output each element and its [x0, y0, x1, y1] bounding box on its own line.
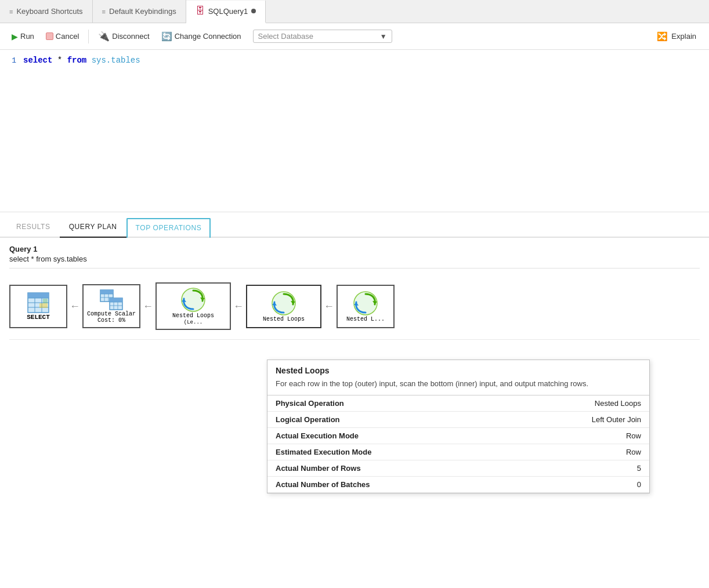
- editor-area[interactable]: 1 select * from sys.tables: [0, 50, 709, 212]
- svg-rect-16: [110, 298, 122, 302]
- node-nested-loops-3[interactable]: Nested L...: [337, 285, 395, 328]
- select-database-text: Select Database: [258, 32, 377, 41]
- select-table-icon: [27, 292, 50, 314]
- cancel-button[interactable]: Cancel: [41, 30, 84, 43]
- unsaved-dot: [251, 9, 256, 13]
- query-plan-area: Query 1 select * from sys.tables SELECT …: [0, 238, 709, 347]
- cancel-icon: [46, 32, 53, 40]
- tab-bar: ≡ Keyboard Shortcuts ≡ Default Keybindin…: [0, 0, 709, 23]
- arrow-1: ←: [70, 300, 80, 313]
- tooltip-property-label: Physical Operation: [267, 395, 478, 412]
- line-number-1: 1: [0, 56, 23, 65]
- run-button[interactable]: ▶ Run: [7, 30, 39, 43]
- keyword-select: select: [23, 56, 52, 65]
- editor-line-1: 1 select * from sys.tables: [0, 55, 709, 66]
- tooltip-property-row: Actual Number of Rows5: [267, 460, 649, 477]
- explain-icon: 🔀: [657, 31, 668, 42]
- svg-rect-7: [39, 303, 48, 308]
- tooltip-popup: Nested Loops For each row in the top (ou…: [267, 360, 650, 493]
- table-ref: sys.tables: [92, 56, 140, 65]
- tooltip-property-value: Row: [478, 444, 649, 460]
- change-connection-button[interactable]: 🔄 Change Connection: [157, 29, 246, 44]
- tab-sqlquery1[interactable]: 🗄 SQLQuery1: [186, 1, 266, 23]
- nested-loops-2-icon: [270, 291, 298, 316]
- arrow-2: ←: [143, 300, 153, 313]
- change-connection-icon: 🔄: [161, 31, 172, 42]
- svg-rect-10: [100, 290, 113, 294]
- query-info: Query 1 select * from sys.tables: [9, 245, 700, 263]
- tooltip-property-row: Logical OperationLeft Outer Join: [267, 412, 649, 428]
- tooltip-properties-table: Physical OperationNested LoopsLogical Op…: [267, 395, 649, 493]
- disconnect-button[interactable]: 🔌 Disconnect: [93, 28, 154, 44]
- nested-loops-1-icon: [179, 287, 207, 313]
- arrow-4: ←: [324, 300, 334, 313]
- tab-results[interactable]: RESULTS: [7, 218, 60, 238]
- nested-loops-3-icon: [352, 291, 379, 316]
- query-title: Query 1: [9, 245, 700, 253]
- tooltip-title: Nested Loops: [267, 360, 649, 379]
- node-nested-loops-3-label: Nested L...: [346, 316, 385, 322]
- svg-point-27: [354, 292, 377, 315]
- arrow-3: ←: [233, 300, 244, 313]
- tooltip-property-label: Estimated Execution Mode: [267, 444, 478, 460]
- operator-star: *: [57, 56, 67, 65]
- compute-scalar-icon: [99, 289, 124, 311]
- keyword-from: from: [67, 56, 87, 65]
- results-tabs: RESULTS QUERY PLAN TOP OPERATIONS: [0, 212, 709, 238]
- tooltip-property-label: Actual Execution Mode: [267, 428, 478, 444]
- run-icon: ▶: [12, 32, 18, 41]
- tooltip-description: For each row in the top (outer) input, s…: [267, 379, 649, 395]
- separator-1: [88, 30, 89, 43]
- database-icon: 🗄: [196, 6, 205, 16]
- node-nested-loops-1[interactable]: Nested Loops(Le...: [155, 282, 231, 330]
- hamburger-icon: ≡: [9, 8, 13, 15]
- tooltip-property-value: 5: [478, 460, 649, 477]
- tooltip-property-label: Actual Number of Rows: [267, 460, 478, 477]
- node-nested-loops-2[interactable]: Nested Loops: [246, 285, 321, 328]
- flow-diagram: SELECT ← Compute ScalarCost: 0% ←: [9, 273, 700, 340]
- svg-rect-8: [43, 299, 48, 303]
- svg-point-21: [182, 288, 205, 311]
- tab-keyboard-shortcuts[interactable]: ≡ Keyboard Shortcuts: [0, 0, 93, 23]
- tooltip-property-label: Actual Number of Batches: [267, 477, 478, 493]
- tooltip-property-value: Nested Loops: [478, 395, 649, 412]
- hamburger-icon-2: ≡: [102, 8, 106, 15]
- dropdown-arrow-icon: ▼: [380, 32, 387, 41]
- tooltip-property-row: Actual Execution ModeRow: [267, 428, 649, 444]
- tab-top-operations[interactable]: TOP OPERATIONS: [126, 218, 211, 238]
- tooltip-property-row: Estimated Execution ModeRow: [267, 444, 649, 460]
- node-compute-label: Compute ScalarCost: 0%: [87, 311, 136, 324]
- tooltip-property-value: Row: [478, 428, 649, 444]
- disconnect-icon: 🔌: [98, 31, 110, 42]
- tab-default-keybindings[interactable]: ≡ Default Keybindings: [93, 0, 186, 23]
- tooltip-property-row: Actual Number of Batches0: [267, 477, 649, 493]
- tooltip-property-label: Logical Operation: [267, 412, 478, 428]
- node-nested-loops-2-label: Nested Loops: [263, 316, 305, 322]
- tooltip-property-value: 0: [478, 477, 649, 493]
- node-compute-scalar[interactable]: Compute ScalarCost: 0%: [82, 284, 140, 328]
- node-nested-loops-1-label: Nested Loops(Le...: [172, 313, 214, 325]
- node-select-label: SELECT: [27, 314, 50, 321]
- tab-query-plan[interactable]: QUERY PLAN: [60, 218, 126, 238]
- explain-button[interactable]: 🔀 Explain: [651, 29, 702, 44]
- select-database-dropdown[interactable]: Select Database ▼: [253, 30, 392, 43]
- tooltip-property-row: Physical OperationNested Loops: [267, 395, 649, 412]
- tooltip-property-value: Left Outer Join: [478, 412, 649, 428]
- svg-point-24: [272, 292, 295, 315]
- line-content-1: select * from sys.tables: [23, 56, 140, 65]
- toolbar: ▶ Run Cancel 🔌 Disconnect 🔄 Change Conne…: [0, 23, 709, 50]
- svg-rect-1: [28, 293, 49, 298]
- node-select[interactable]: SELECT: [9, 285, 67, 328]
- query-text: select * from sys.tables: [9, 255, 700, 263]
